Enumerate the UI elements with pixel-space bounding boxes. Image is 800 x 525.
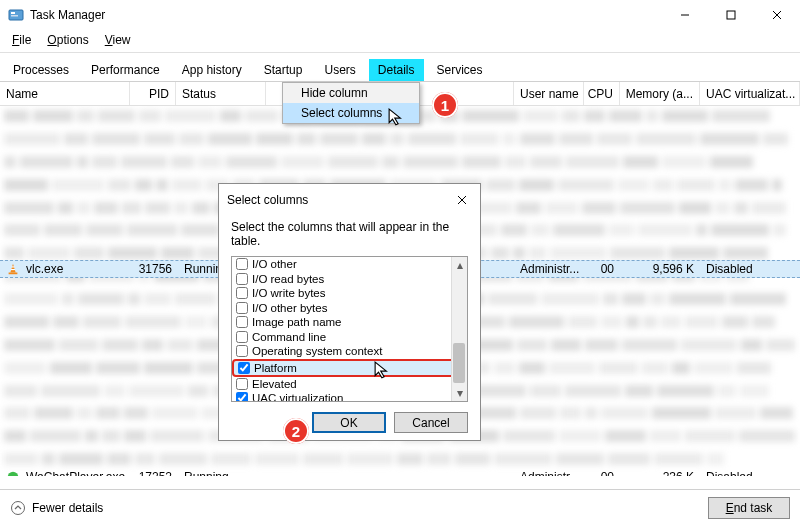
cell-name: WeChatPlayer.exe bbox=[20, 470, 132, 476]
column-checkbox[interactable] bbox=[236, 287, 248, 299]
col-memory[interactable]: Memory (a... bbox=[620, 82, 700, 105]
menu-options[interactable]: Options bbox=[39, 31, 96, 49]
select-columns-dialog: Select columns Select the columns that w… bbox=[218, 183, 481, 441]
scrollbar[interactable]: ▴ ▾ bbox=[451, 257, 467, 401]
svg-point-16 bbox=[12, 501, 25, 514]
window-title: Task Manager bbox=[30, 8, 105, 22]
column-option-label: Operating system context bbox=[252, 345, 382, 357]
cell-status: Running bbox=[178, 470, 268, 476]
svg-marker-12 bbox=[389, 109, 400, 125]
close-button[interactable] bbox=[754, 0, 800, 30]
column-checkbox[interactable] bbox=[236, 345, 248, 357]
tab-processes[interactable]: Processes bbox=[4, 59, 78, 81]
column-option[interactable]: Command line bbox=[232, 330, 467, 345]
svg-rect-9 bbox=[12, 266, 15, 267]
col-name[interactable]: Name bbox=[0, 82, 130, 105]
column-option[interactable]: Operating system context bbox=[232, 344, 467, 359]
column-checkbox[interactable] bbox=[236, 331, 248, 343]
svg-marker-7 bbox=[10, 264, 15, 273]
svg-point-11 bbox=[8, 472, 19, 476]
cell-name: vlc.exe bbox=[20, 262, 132, 276]
annotation-badge-1: 1 bbox=[432, 92, 458, 118]
column-checkbox[interactable] bbox=[238, 362, 250, 374]
cell-uac: Disabled bbox=[700, 470, 800, 476]
annotation-badge-2: 2 bbox=[283, 418, 309, 444]
dialog-instruction: Select the columns that will appear in t… bbox=[219, 216, 480, 256]
column-option-label: Platform bbox=[254, 362, 297, 374]
ctx-hide-column[interactable]: Hide column bbox=[283, 83, 419, 103]
col-username[interactable]: User name bbox=[514, 82, 584, 105]
cursor-icon bbox=[388, 108, 406, 126]
column-checkbox[interactable] bbox=[236, 392, 248, 402]
titlebar: Task Manager bbox=[0, 0, 800, 30]
column-list[interactable]: I/O otherI/O read bytesI/O write bytesI/… bbox=[231, 256, 468, 402]
column-option[interactable]: I/O write bytes bbox=[232, 286, 467, 301]
column-option-label: I/O read bytes bbox=[252, 273, 324, 285]
minimize-button[interactable] bbox=[662, 0, 708, 30]
cell-cpu: 00 bbox=[584, 470, 620, 476]
column-option-label: Command line bbox=[252, 331, 326, 343]
column-option[interactable]: UAC virtualization bbox=[232, 391, 467, 402]
col-uac[interactable]: UAC virtualizat... bbox=[700, 82, 800, 105]
end-task-button[interactable]: End task bbox=[708, 497, 790, 519]
menubar: File Options View bbox=[0, 30, 800, 50]
col-cpu[interactable]: CPU bbox=[584, 82, 620, 105]
cancel-button[interactable]: Cancel bbox=[394, 412, 468, 433]
column-option-label: I/O write bytes bbox=[252, 287, 326, 299]
column-option[interactable]: Image path name bbox=[232, 315, 467, 330]
tab-strip: Processes Performance App history Startu… bbox=[0, 55, 800, 82]
menu-file[interactable]: File bbox=[4, 31, 39, 49]
col-status[interactable]: Status bbox=[176, 82, 266, 105]
svg-rect-8 bbox=[9, 273, 18, 275]
column-option-label: UAC virtualization bbox=[252, 392, 343, 402]
svg-rect-10 bbox=[11, 269, 15, 270]
svg-rect-2 bbox=[11, 15, 18, 17]
vlc-icon bbox=[6, 262, 20, 276]
table-row[interactable]: WeChatPlayer.exe 17252 Running Administr… bbox=[0, 468, 800, 476]
dialog-close-button[interactable] bbox=[452, 190, 472, 210]
column-option-label: Elevated bbox=[252, 378, 297, 390]
cell-cpu: 00 bbox=[584, 262, 620, 276]
cell-pid: 17252 bbox=[132, 470, 178, 476]
wechat-icon bbox=[6, 470, 20, 476]
column-option[interactable]: I/O read bytes bbox=[232, 272, 467, 287]
svg-rect-1 bbox=[11, 12, 15, 14]
svg-rect-4 bbox=[727, 11, 735, 19]
column-option-label: I/O other bbox=[252, 258, 297, 270]
scroll-thumb[interactable] bbox=[453, 343, 465, 383]
col-pid[interactable]: PID bbox=[130, 82, 176, 105]
fewer-details-button[interactable]: Fewer details bbox=[10, 500, 103, 516]
dialog-title: Select columns bbox=[227, 193, 308, 207]
cell-mem: 9,596 K bbox=[620, 262, 700, 276]
column-checkbox[interactable] bbox=[236, 258, 248, 270]
cell-mem: 236 K bbox=[620, 470, 700, 476]
scroll-up-icon[interactable]: ▴ bbox=[452, 257, 468, 273]
column-checkbox[interactable] bbox=[236, 273, 248, 285]
footer: Fewer details End task bbox=[0, 489, 800, 525]
svg-marker-15 bbox=[375, 362, 386, 378]
maximize-button[interactable] bbox=[708, 0, 754, 30]
column-option[interactable]: Elevated bbox=[232, 377, 467, 392]
column-checkbox[interactable] bbox=[236, 302, 248, 314]
scroll-down-icon[interactable]: ▾ bbox=[452, 385, 468, 401]
column-checkbox[interactable] bbox=[236, 316, 248, 328]
ok-button[interactable]: OK bbox=[312, 412, 386, 433]
tab-performance[interactable]: Performance bbox=[82, 59, 169, 81]
cell-uac: Disabled bbox=[700, 262, 800, 276]
tab-users[interactable]: Users bbox=[315, 59, 364, 81]
cursor-icon bbox=[374, 361, 392, 379]
fewer-details-label: Fewer details bbox=[32, 501, 103, 515]
tab-details[interactable]: Details bbox=[369, 59, 424, 81]
column-option-label: I/O other bytes bbox=[252, 302, 327, 314]
tab-startup[interactable]: Startup bbox=[255, 59, 312, 81]
column-option-label: Image path name bbox=[252, 316, 342, 328]
chevron-up-circle-icon bbox=[10, 500, 26, 516]
column-option[interactable]: Platform bbox=[232, 359, 467, 377]
tab-app-history[interactable]: App history bbox=[173, 59, 251, 81]
menu-view[interactable]: View bbox=[97, 31, 139, 49]
column-option[interactable]: I/O other bbox=[232, 257, 467, 272]
column-checkbox[interactable] bbox=[236, 378, 248, 390]
column-option[interactable]: I/O other bytes bbox=[232, 301, 467, 316]
tab-services[interactable]: Services bbox=[428, 59, 492, 81]
cell-user: Administr bbox=[514, 470, 584, 476]
